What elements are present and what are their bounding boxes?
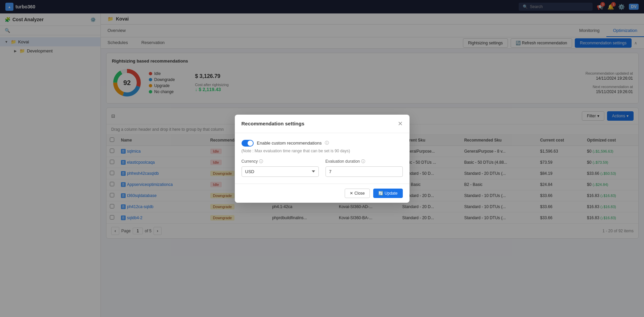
- close-x-icon: ✕: [350, 191, 353, 196]
- modal-close-icon[interactable]: ✕: [398, 120, 403, 127]
- update-refresh-icon: 🔄: [378, 191, 383, 196]
- modal-header: Recommendation settings ✕: [235, 115, 410, 133]
- form-row: Currency ⓘ USD EUR GBP INR Evaluation du…: [242, 159, 403, 177]
- eval-info-icon[interactable]: ⓘ: [361, 159, 365, 164]
- toggle-row: Enable custom recommendations ⓘ: [242, 140, 403, 147]
- currency-info-icon[interactable]: ⓘ: [259, 159, 263, 164]
- modal-body: Enable custom recommendations ⓘ (Note : …: [235, 133, 410, 184]
- modal-title: Recommendation settings: [242, 121, 305, 126]
- currency-label: Currency ⓘ: [242, 159, 319, 164]
- evaluation-duration-label: Evaluation duration ⓘ: [326, 159, 403, 164]
- modal-close-button[interactable]: ✕ Close: [345, 189, 370, 198]
- evaluation-duration-group: Evaluation duration ⓘ: [326, 159, 403, 177]
- toggle-label: Enable custom recommendations: [257, 141, 322, 146]
- currency-group: Currency ⓘ USD EUR GBP INR: [242, 159, 319, 177]
- currency-select[interactable]: USD EUR GBP INR: [242, 166, 319, 177]
- modal-update-button[interactable]: 🔄 Update: [373, 189, 403, 198]
- modal-footer: ✕ Close 🔄 Update: [235, 184, 410, 203]
- evaluation-duration-input[interactable]: [326, 166, 403, 177]
- recommendation-settings-modal: Recommendation settings ✕ Enable custom …: [235, 115, 410, 203]
- toggle-info-icon[interactable]: ⓘ: [325, 140, 329, 146]
- modal-overlay: Recommendation settings ✕ Enable custom …: [0, 0, 644, 317]
- custom-recommendations-toggle[interactable]: [242, 140, 254, 147]
- evaluation-note: (Note : Max evaluation time range that c…: [242, 149, 403, 153]
- toggle-knob: [248, 141, 253, 146]
